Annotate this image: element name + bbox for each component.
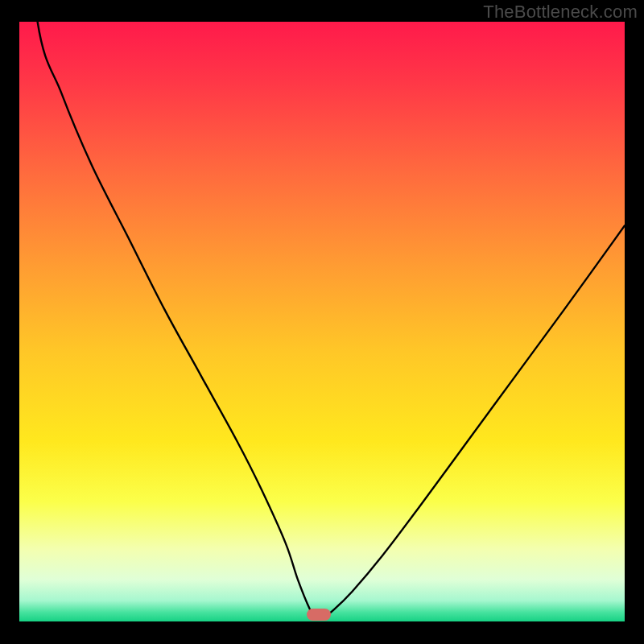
plot-area: [19, 22, 625, 621]
bottleneck-curve: [19, 22, 625, 621]
optimal-marker: [307, 609, 331, 621]
watermark-text: TheBottleneck.com: [483, 2, 638, 23]
chart-frame: TheBottleneck.com: [0, 0, 644, 644]
